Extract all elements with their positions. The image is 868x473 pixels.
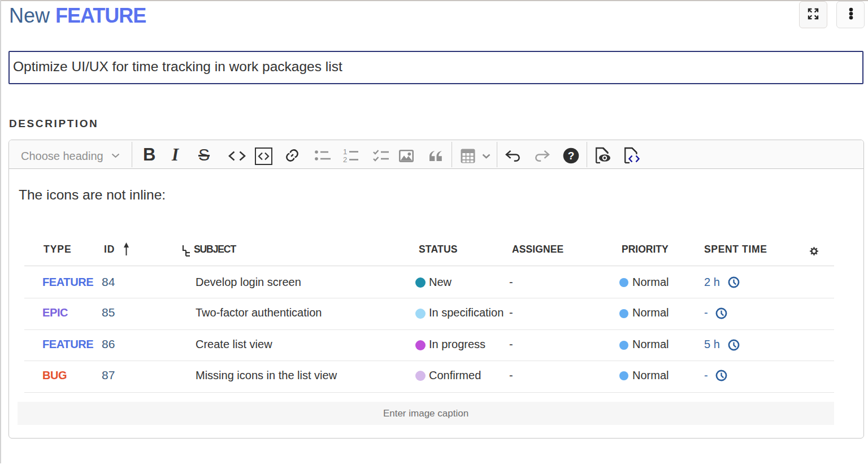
svg-text:?: ?	[568, 150, 575, 162]
svg-text:1: 1	[343, 148, 347, 156]
svg-text:2: 2	[343, 155, 347, 163]
